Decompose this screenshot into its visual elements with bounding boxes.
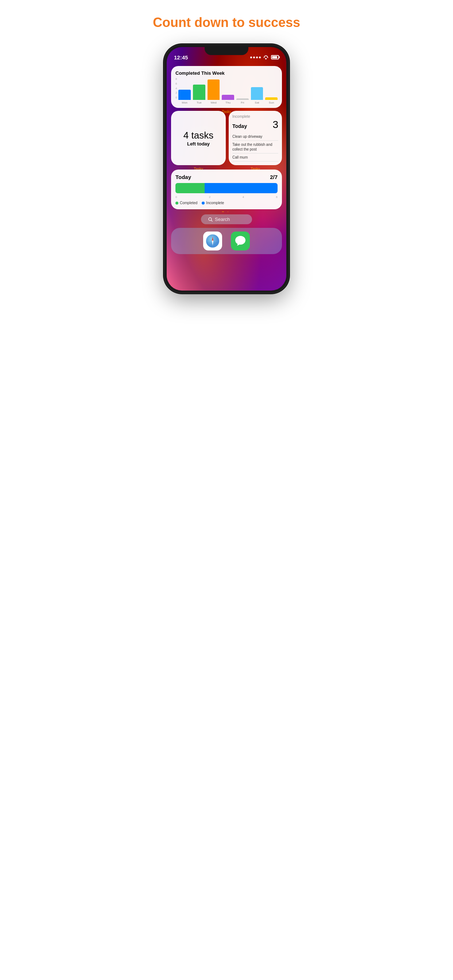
messages-bubble-icon bbox=[234, 235, 247, 247]
legend-completed: Completed bbox=[175, 201, 197, 205]
bar-mon-fill bbox=[179, 90, 191, 100]
progress-ratio: 2/7 bbox=[270, 174, 278, 180]
bar-mon: Mon bbox=[179, 90, 191, 104]
bar-fri-label: Fri bbox=[241, 101, 244, 104]
widget-completed-week[interactable]: Completed This Week 8 6 4 2 0 Mo bbox=[171, 66, 282, 108]
y-label-2: 2 bbox=[175, 91, 177, 94]
bar-sat-label: Sat bbox=[255, 101, 259, 104]
widget-incomplete[interactable]: Incomplete Today 3 Clean up driveway Tak… bbox=[229, 111, 282, 165]
phone-shell: 12:45 Completed This Week bbox=[164, 45, 289, 293]
bar-tue: Tue bbox=[193, 84, 205, 104]
scale-6: 6 bbox=[276, 196, 278, 199]
notch bbox=[205, 45, 248, 55]
chart-y-axis: 8 6 4 2 0 bbox=[175, 77, 179, 99]
legend-incomplete-label: Incomplete bbox=[206, 201, 224, 205]
tasks-label: Left today bbox=[187, 141, 210, 146]
bar-tue-fill bbox=[193, 84, 205, 100]
chart-area: 8 6 4 2 0 Mon bbox=[175, 79, 278, 104]
widget-row: 4 tasks Left today Tasky Incomplete Toda… bbox=[171, 111, 282, 165]
dock-app-messages[interactable] bbox=[231, 232, 250, 250]
bar-sat: Sat bbox=[251, 87, 263, 104]
incomplete-header: Incomplete bbox=[232, 115, 278, 118]
tasks-count: 4 tasks bbox=[183, 130, 214, 141]
progress-title: Today bbox=[175, 174, 191, 180]
bar-sun: Sun bbox=[265, 97, 278, 104]
incomplete-title-row: Today 3 bbox=[232, 119, 278, 130]
battery-fill bbox=[272, 56, 277, 58]
y-label-0: 0 bbox=[175, 96, 177, 99]
search-bar-label: Search bbox=[215, 216, 230, 222]
progress-header: Today 2/7 bbox=[175, 174, 278, 180]
bar-wed-fill bbox=[207, 80, 220, 100]
y-label-4: 4 bbox=[175, 87, 177, 90]
phone-screen: 12:45 Completed This Week bbox=[167, 47, 286, 291]
task-item-3: Call mum bbox=[232, 153, 278, 162]
legend-dot-completed bbox=[175, 202, 179, 205]
widget-progress[interactable]: Today 2/7 0 2 4 6 bbox=[171, 170, 282, 209]
search-icon bbox=[208, 217, 213, 222]
task-item-2: Take out the rubbish and collect the pos… bbox=[232, 141, 278, 153]
task-item-1: Clean up driveway bbox=[232, 133, 278, 141]
bar-thu: Thu bbox=[222, 95, 234, 104]
status-time: 12:45 bbox=[174, 54, 188, 60]
bar-mon-label: Mon bbox=[182, 101, 188, 104]
status-icons bbox=[250, 55, 279, 59]
page-headline: Count down to success bbox=[153, 14, 300, 30]
search-bar[interactable]: Search bbox=[201, 215, 252, 224]
svg-point-8 bbox=[235, 236, 246, 245]
progress-legend: Completed Incomplete bbox=[175, 201, 278, 205]
scale-4: 4 bbox=[242, 196, 244, 199]
bar-wed: Wed bbox=[207, 80, 220, 104]
y-label-6: 6 bbox=[175, 82, 177, 85]
progress-scale: 0 2 4 6 bbox=[175, 195, 278, 199]
bar-tue-label: Tue bbox=[196, 101, 202, 104]
dock bbox=[171, 228, 282, 254]
incomplete-today-label: Today bbox=[232, 123, 247, 129]
bar-sun-label: Sun bbox=[269, 101, 274, 104]
bar-sat-fill bbox=[251, 87, 263, 100]
scale-2: 2 bbox=[209, 196, 211, 199]
bar-thu-fill bbox=[222, 95, 234, 100]
safari-compass-icon bbox=[205, 234, 220, 248]
bar-fri-fill bbox=[236, 99, 249, 100]
widget-tasks-left[interactable]: 4 tasks Left today Tasky bbox=[171, 111, 226, 165]
dock-app-safari[interactable] bbox=[203, 232, 222, 250]
page-container: Count down to success 12:45 bbox=[113, 0, 340, 315]
search-bar-area: Search bbox=[167, 212, 286, 226]
widget-chart-title: Completed This Week bbox=[175, 70, 278, 76]
bar-wed-label: Wed bbox=[211, 101, 216, 104]
signal-dots-icon bbox=[250, 57, 261, 58]
legend-completed-label: Completed bbox=[180, 201, 197, 205]
chart-bars: Mon Tue Wed bbox=[179, 83, 278, 104]
legend-dot-incomplete bbox=[202, 202, 205, 205]
battery-icon bbox=[271, 55, 279, 59]
progress-bar-incomplete bbox=[205, 183, 278, 193]
screen-content: Completed This Week 8 6 4 2 0 Mo bbox=[167, 63, 286, 212]
bar-fri: Fri bbox=[236, 99, 249, 104]
y-label-8: 8 bbox=[175, 77, 177, 81]
svg-line-1 bbox=[211, 220, 212, 221]
legend-incomplete: Incomplete bbox=[202, 201, 224, 205]
progress-bar-container bbox=[175, 183, 278, 193]
bar-thu-label: Thu bbox=[225, 101, 231, 104]
bar-sun-fill bbox=[265, 97, 278, 100]
scale-0: 0 bbox=[175, 196, 177, 199]
incomplete-count: 3 bbox=[273, 119, 278, 130]
progress-bar-completed bbox=[175, 183, 205, 193]
wifi-icon bbox=[263, 55, 269, 59]
